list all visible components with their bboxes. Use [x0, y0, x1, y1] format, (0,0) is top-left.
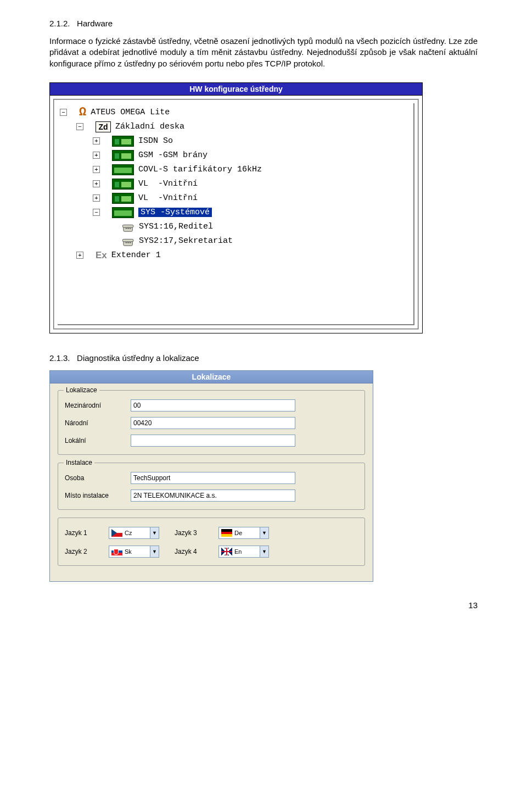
collapse-icon[interactable]: − [76, 123, 83, 130]
local-input[interactable] [131, 435, 295, 447]
lang-item: Jazyk 4 En ▼ [175, 546, 269, 558]
tree-label: GSM -GSM brány [138, 151, 208, 160]
field-label: Jazyk 1 [65, 529, 109, 537]
lang-item: Jazyk 1 Cz ▼ [65, 527, 159, 539]
tree-row-module[interactable]: + VL -Vnitřní [60, 191, 413, 205]
window-title: Lokalizace [50, 371, 373, 383]
field-label: Jazyk 2 [65, 548, 109, 555]
language-select-4[interactable]: En ▼ [218, 546, 269, 558]
pcb-icon [112, 179, 134, 190]
flag-icon [221, 529, 232, 537]
chevron-down-icon[interactable]: ▼ [260, 527, 268, 538]
window-body: Lokalizace Mezinárodní Národní Lokální I… [50, 383, 373, 581]
svg-rect-7 [126, 242, 127, 243]
tree-label: SYS1:16,Reditel [139, 222, 213, 231]
svg-rect-6 [122, 239, 133, 242]
collapse-icon[interactable]: − [60, 109, 67, 116]
svg-rect-3 [127, 228, 129, 229]
lang-code: De [234, 530, 260, 536]
section-number: 2.1.2. [49, 19, 70, 28]
flag-icon [221, 548, 232, 555]
phone-icon [122, 236, 134, 247]
phone-icon [122, 221, 134, 232]
field-label: Jazyk 4 [175, 548, 218, 555]
hw-config-window: HW konfigurace ústředny − Ω ATEUS OMEGA … [49, 82, 423, 333]
lang-code: En [234, 548, 260, 555]
tree-label: Extender 1 [111, 251, 161, 260]
expand-icon[interactable]: + [93, 152, 100, 159]
expand-icon[interactable]: + [93, 180, 100, 187]
form-row: Místo instalace [65, 490, 358, 502]
language-select-3[interactable]: De ▼ [218, 527, 269, 539]
expand-icon[interactable]: + [93, 194, 100, 202]
localization-window: Lokalizace Lokalizace Mezinárodní Národn… [49, 370, 373, 582]
tree-label: COVL-S tarifikátory 16kHz [138, 165, 262, 174]
expand-icon[interactable]: + [76, 252, 83, 259]
collapse-icon[interactable]: − [93, 209, 100, 216]
section-heading: 2.1.3. Diagnostika ústředny a lokalizace [49, 353, 478, 363]
tree-row-extension[interactable]: SYS1:16,Reditel [60, 220, 413, 234]
expand-icon[interactable]: + [93, 166, 100, 173]
form-row: Národní [65, 417, 358, 429]
pcb-icon [112, 136, 134, 147]
flag-icon [111, 548, 122, 555]
section-title: Hardware [77, 19, 113, 28]
svg-rect-8 [127, 242, 129, 243]
international-input[interactable] [131, 399, 295, 411]
tree-row-sys[interactable]: − SYS -Systémové [60, 205, 413, 220]
chevron-down-icon[interactable]: ▼ [150, 546, 159, 557]
chevron-down-icon[interactable]: ▼ [260, 546, 268, 557]
language-select-2[interactable]: Sk ▼ [109, 546, 159, 558]
section-number: 2.1.3. [49, 353, 70, 363]
field-label: Jazyk 3 [175, 529, 218, 537]
group-label: Lokalizace [64, 386, 99, 394]
tree-label: VL -Vnitřní [138, 193, 198, 203]
tree-label: VL -Vnitřní [138, 179, 198, 188]
tree-label: Základní deska [115, 122, 184, 131]
install-place-input[interactable] [131, 490, 295, 502]
svg-rect-2 [126, 228, 127, 229]
tree-row-module[interactable]: + ISDN So [60, 134, 413, 148]
tree-label: ISDN So [138, 136, 173, 146]
tree-row-root[interactable]: − Ω ATEUS OMEGA Lite [60, 105, 413, 120]
field-label: Lokální [65, 437, 131, 444]
page-number: 13 [49, 600, 478, 610]
section-title: Diagnostika ústředny a lokalizace [77, 353, 199, 363]
tree-row-module[interactable]: + COVL-S tarifikátory 16kHz [60, 163, 413, 177]
tree-label: ATEUS OMEGA Lite [91, 108, 170, 117]
tree-row-extension[interactable]: SYS2:17,Sekretariat [60, 234, 413, 248]
tree-row-board[interactable]: − Zd Základní deska [60, 120, 413, 134]
person-input[interactable] [131, 472, 295, 484]
svg-rect-1 [122, 225, 133, 227]
field-label: Osoba [65, 474, 131, 482]
svg-rect-4 [130, 228, 131, 229]
group-label: Instalace [64, 459, 94, 466]
national-input[interactable] [131, 417, 295, 429]
expand-icon[interactable]: + [93, 137, 100, 144]
svg-rect-9 [130, 242, 131, 243]
tree-label-selected: SYS -Systémové [138, 208, 212, 217]
tree-row-module[interactable]: + VL -Vnitřní [60, 177, 413, 191]
pcb-icon [112, 193, 134, 204]
omega-icon: Ω [79, 105, 86, 119]
hw-tree: − Ω ATEUS OMEGA Lite − Zd Základní deska… [59, 105, 413, 263]
tree-row-extender[interactable]: + Ex Extender 1 [60, 248, 413, 263]
flag-icon [111, 529, 122, 537]
body-paragraph: Informace o fyzické zástavbě ústředny, v… [49, 36, 478, 69]
tree-row-module[interactable]: + GSM -GSM brány [60, 148, 413, 163]
lang-item: Jazyk 3 De ▼ [175, 527, 269, 539]
field-label: Mezinárodní [65, 402, 131, 409]
group-installation: Instalace Osoba Místo instalace [58, 463, 365, 510]
form-row: Osoba [65, 472, 358, 484]
chevron-down-icon[interactable]: ▼ [150, 527, 159, 538]
form-row: Mezinárodní [65, 399, 358, 411]
group-languages: Jazyk 1 Cz ▼ Jazyk 3 De ▼ [58, 518, 365, 566]
lang-code: Sk [125, 548, 150, 555]
lang-code: Cz [125, 530, 150, 536]
group-localization: Lokalizace Mezinárodní Národní Lokální [58, 390, 365, 455]
section-heading: 2.1.2. Hardware [49, 19, 478, 28]
zd-icon: Zd [96, 121, 111, 132]
pcb-icon [112, 164, 134, 175]
language-select-1[interactable]: Cz ▼ [109, 527, 159, 539]
window-title: HW konfigurace ústředny [50, 83, 422, 96]
